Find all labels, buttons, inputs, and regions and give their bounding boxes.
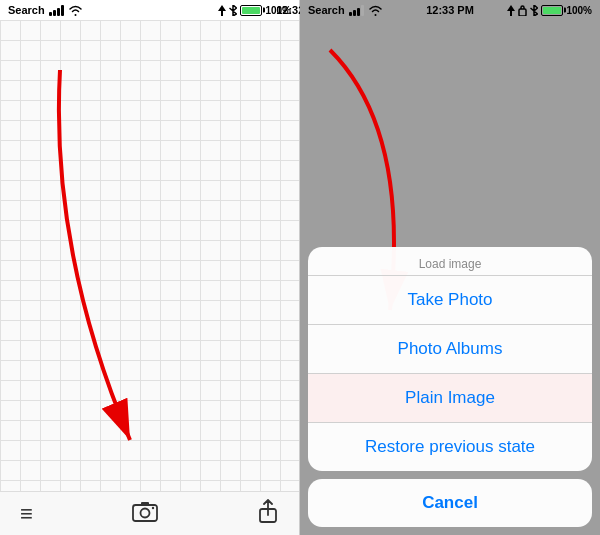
right-battery-percent: 100% [566,5,592,16]
action-photo-albums[interactable]: Photo Albums [308,325,592,373]
right-status-bar: Search 12:33 PM [300,0,600,20]
signal-icon [49,5,64,16]
action-sheet-main: Load image Take Photo Photo Albums Plain… [308,247,592,471]
bluetooth-icon [229,5,237,16]
camera-icon[interactable] [132,500,158,527]
menu-icon[interactable]: ≡ [20,501,33,527]
right-panel: Search 12:33 PM [300,0,600,535]
right-signal-icon [349,5,364,16]
svg-rect-3 [141,502,149,505]
left-canvas[interactable] [0,20,299,491]
bottom-toolbar: ≡ [0,491,299,535]
action-sheet-title: Load image [308,247,592,275]
location-icon [218,5,226,16]
right-search-text: Search [308,4,345,16]
battery-icon [240,5,262,16]
action-restore[interactable]: Restore previous state [308,423,592,471]
share-icon[interactable] [257,499,279,528]
right-lock-icon [518,4,527,16]
search-text: Search [8,4,45,16]
right-status-left: Search [308,4,383,16]
left-status-bar: Search 12:32 PM [0,0,299,20]
action-sheet-cancel: Cancel [308,479,592,527]
action-plain-image[interactable]: Plain Image [308,374,592,422]
left-status-left: Search [8,4,83,16]
cancel-button[interactable]: Cancel [308,479,592,527]
action-sheet-overlay: Load image Take Photo Photo Albums Plain… [300,239,600,535]
right-bluetooth-icon [530,5,538,16]
right-battery-icon [541,5,563,16]
svg-rect-6 [519,9,526,16]
svg-point-2 [140,509,149,518]
right-location-icon [507,5,515,16]
left-arrow [20,50,180,470]
right-time: 12:33 PM [426,4,474,16]
wifi-icon [68,5,83,16]
right-status-right: 100% [507,4,592,16]
left-panel: Search 12:32 PM [0,0,300,535]
svg-point-4 [152,507,154,509]
right-wifi-icon [368,5,383,16]
action-take-photo[interactable]: Take Photo [308,276,592,324]
